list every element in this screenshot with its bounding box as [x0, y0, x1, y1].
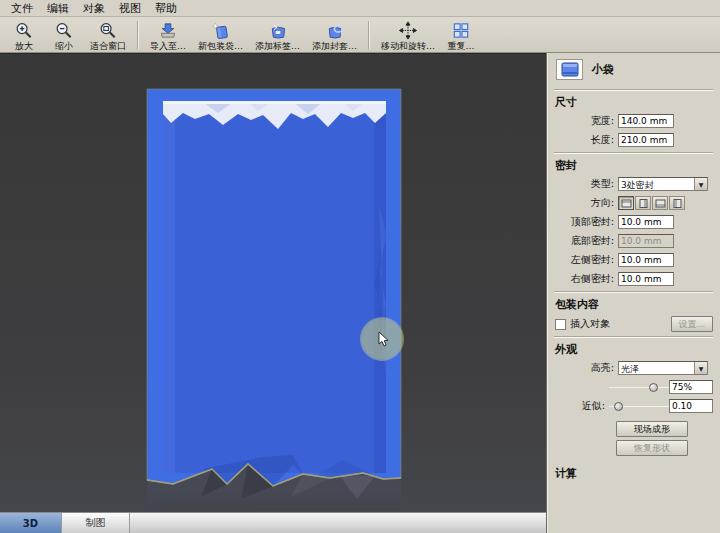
left-seal-field[interactable]	[618, 253, 674, 267]
import-button[interactable]: 导入至…	[144, 18, 192, 52]
seal-type-dropdown[interactable]: 3处密封 ▼	[618, 177, 708, 191]
new-bag-button[interactable]: 新包装袋…	[192, 18, 249, 52]
menu-file[interactable]: 文件	[4, 0, 40, 17]
compute-section-title: 计算	[555, 466, 713, 481]
properties-panel: 小袋 尺寸 宽度: 长度: 密封 类型: 3处密封 ▼ 方向:	[548, 53, 720, 533]
seal-type-label: 类型:	[554, 177, 614, 191]
left-seal-label: 左侧密封:	[554, 253, 614, 267]
approx-slider[interactable]	[609, 400, 669, 413]
toolbar: 放大 缩小 适合窗口 导入至… 新包装袋…	[0, 17, 720, 53]
length-field[interactable]	[618, 133, 674, 147]
settings-button: 设置…	[671, 316, 713, 332]
direction-option-1[interactable]	[618, 196, 634, 210]
selected-object-title: 小袋	[592, 62, 614, 77]
mouse-cursor-icon	[378, 332, 389, 347]
import-label: 导入至…	[150, 41, 186, 51]
fit-window-icon	[98, 21, 118, 40]
width-label: 宽度:	[554, 114, 614, 128]
move-rotate-label: 移动和旋转…	[381, 41, 435, 51]
slider-thumb[interactable]	[649, 383, 658, 392]
width-field[interactable]	[618, 114, 674, 128]
menu-bar: 文件 编辑 对象 视图 帮助	[0, 0, 720, 17]
duplicate-label: 重复…	[448, 41, 475, 51]
insert-object-checkbox[interactable]	[555, 319, 566, 330]
new-bag-label: 新包装袋…	[198, 41, 243, 51]
zoom-out-button[interactable]: 缩小	[44, 18, 84, 52]
add-closure-label: 添加封套…	[312, 41, 357, 51]
bottom-seal-field	[618, 234, 674, 248]
zoom-in-label: 放大	[15, 41, 33, 51]
add-label-icon	[268, 21, 288, 40]
duplicate-icon	[451, 21, 471, 40]
bag-3d-model[interactable]	[143, 85, 405, 512]
add-closure-icon	[325, 21, 345, 40]
direction-option-4[interactable]	[669, 196, 685, 210]
right-seal-label: 右侧密封:	[554, 272, 614, 286]
bag-type-icon	[556, 59, 583, 80]
restore-shape-button: 恢复形状	[616, 440, 688, 456]
panel-header: 小袋	[554, 58, 713, 86]
toolbar-separator	[368, 21, 370, 49]
chevron-down-icon[interactable]: ▼	[694, 362, 707, 374]
cursor-highlight	[360, 317, 404, 361]
approx-label: 近似:	[554, 399, 605, 413]
seal-section-title: 密封	[555, 158, 713, 173]
highlight-dropdown[interactable]: 光泽 ▼	[618, 361, 708, 375]
tab-drawing[interactable]: 制图	[62, 513, 130, 533]
add-label-label: 添加标签…	[255, 41, 300, 51]
highlight-value: 光泽	[619, 362, 694, 374]
move-rotate-button[interactable]: 移动和旋转…	[375, 18, 441, 52]
menu-view[interactable]: 视图	[112, 0, 148, 17]
menu-edit[interactable]: 编辑	[40, 0, 76, 17]
live-forming-button[interactable]: 现场成形	[616, 421, 688, 437]
slider-track	[609, 387, 669, 388]
section-separator	[554, 336, 713, 338]
highlight-percent-field[interactable]	[669, 380, 713, 394]
right-seal-field[interactable]	[618, 272, 674, 286]
zoom-out-label: 缩小	[55, 41, 73, 51]
highlight-label: 高亮:	[554, 361, 614, 375]
import-icon	[158, 21, 178, 40]
highlight-slider[interactable]	[609, 381, 669, 394]
section-separator	[554, 152, 713, 154]
direction-button-group	[618, 196, 685, 210]
length-label: 长度:	[554, 133, 614, 147]
toolbar-separator	[137, 21, 139, 49]
fit-window-label: 适合窗口	[90, 41, 126, 51]
content-section-title: 包装内容	[555, 297, 713, 312]
viewport-3d[interactable]	[0, 53, 546, 512]
tab-3d[interactable]: 3D	[0, 513, 62, 533]
view-tab-bar: 3D 制图	[0, 512, 546, 533]
section-separator	[554, 291, 713, 293]
direction-option-3[interactable]	[652, 196, 668, 210]
direction-option-2[interactable]	[635, 196, 651, 210]
zoom-in-button[interactable]: 放大	[4, 18, 44, 52]
menu-help[interactable]: 帮助	[148, 0, 184, 17]
size-section-title: 尺寸	[555, 95, 713, 110]
menu-object[interactable]: 对象	[76, 0, 112, 17]
slider-thumb[interactable]	[614, 402, 623, 411]
application-window: 文件 编辑 对象 视图 帮助 放大 缩小 适合窗口	[0, 0, 720, 533]
bottom-seal-label: 底部密封:	[554, 234, 614, 248]
add-label-button[interactable]: 添加标签…	[249, 18, 306, 52]
direction-label: 方向:	[554, 196, 614, 210]
section-separator	[554, 89, 713, 91]
appearance-section-title: 外观	[555, 342, 713, 357]
new-bag-icon	[211, 21, 231, 40]
seal-type-value: 3处密封	[619, 178, 694, 190]
bag-front-panel	[163, 101, 386, 473]
top-seal-field[interactable]	[618, 215, 674, 229]
approx-value-field[interactable]	[669, 399, 713, 413]
insert-object-label: 插入对象	[570, 317, 610, 331]
zoom-out-icon	[54, 21, 74, 40]
fit-window-button[interactable]: 适合窗口	[84, 18, 132, 52]
add-closure-button[interactable]: 添加封套…	[306, 18, 363, 52]
zoom-in-icon	[14, 21, 34, 40]
chevron-down-icon[interactable]: ▼	[694, 178, 707, 190]
top-seal-label: 顶部密封:	[554, 215, 614, 229]
duplicate-button[interactable]: 重复…	[441, 18, 481, 52]
move-rotate-icon	[398, 21, 418, 40]
